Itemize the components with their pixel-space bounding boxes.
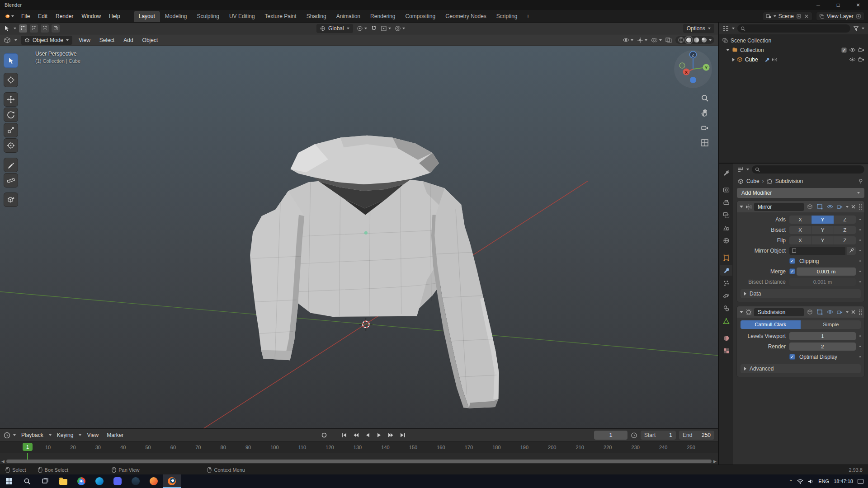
menu-edit[interactable]: Edit — [34, 12, 51, 21]
menu-render[interactable]: Render — [52, 12, 77, 21]
select-mode-new-button[interactable] — [19, 24, 27, 33]
tab-modifiers[interactable] — [720, 265, 732, 276]
viewport-menu-select[interactable]: Select — [97, 36, 117, 45]
pin-icon[interactable] — [858, 178, 863, 184]
animate-dot-icon[interactable] — [859, 239, 861, 241]
timeline-menu-marker[interactable]: Marker — [104, 431, 126, 440]
jump-to-end-button[interactable] — [398, 431, 408, 440]
overlays-dropdown[interactable] — [651, 38, 662, 43]
scroll-right-icon[interactable]: ▶ — [713, 459, 717, 464]
unlink-scene-icon[interactable] — [804, 14, 809, 19]
pan-button[interactable] — [699, 107, 711, 119]
edge-button[interactable] — [90, 474, 108, 488]
measure-tool[interactable] — [4, 173, 18, 188]
select-mode-intersect-button[interactable] — [52, 24, 60, 33]
active-tool-icon[interactable] — [4, 25, 11, 32]
outliner-editor-icon[interactable] — [722, 26, 729, 32]
tab-output[interactable] — [720, 197, 732, 208]
flip-y-button[interactable]: Y — [811, 236, 833, 244]
file-explorer-button[interactable] — [54, 474, 72, 488]
animate-dot-icon[interactable] — [859, 356, 861, 357]
maximize-button[interactable]: □ — [828, 0, 848, 10]
shading-solid-icon[interactable] — [686, 37, 692, 43]
drag-handle-icon[interactable] — [859, 204, 862, 210]
modifier-extras-icon[interactable] — [846, 311, 849, 313]
select-mode-extend-button[interactable] — [30, 24, 38, 33]
viewport-menu-object[interactable]: Object — [140, 36, 161, 45]
show-in-viewport-toggle[interactable] — [826, 308, 834, 316]
minimize-button[interactable]: ─ — [808, 0, 828, 10]
tab-world[interactable] — [720, 235, 732, 246]
shading-wireframe-icon[interactable] — [678, 37, 684, 43]
object-visibility-dropdown[interactable] — [623, 38, 633, 42]
animate-dot-icon[interactable] — [859, 229, 861, 230]
animate-dot-icon[interactable] — [859, 250, 861, 251]
advanced-subpanel-header[interactable]: Advanced — [741, 364, 861, 373]
workspace-tab-rendering[interactable]: Rendering — [365, 11, 400, 22]
eyedropper-button[interactable] — [847, 247, 856, 255]
animate-dot-icon[interactable] — [859, 335, 861, 337]
mirror-modifier-header[interactable]: Mirror — [737, 201, 864, 212]
scene-selector[interactable]: Scene — [763, 12, 812, 21]
show-in-edit-mode-toggle[interactable] — [816, 308, 824, 316]
firefox-button[interactable] — [145, 474, 163, 488]
editor-type-icon[interactable] — [4, 37, 11, 44]
select-mode-subtract-button[interactable] — [41, 24, 49, 33]
workspace-tab-compositing[interactable]: Compositing — [400, 11, 440, 22]
levels-viewport-field[interactable]: 1 — [789, 332, 856, 340]
pivot-point-dropdown[interactable] — [357, 25, 367, 32]
transform-tool[interactable] — [4, 138, 18, 153]
snap-toggle[interactable] — [371, 25, 377, 32]
start-frame-field[interactable]: Start 1 — [641, 431, 676, 440]
timeline-menu-view[interactable]: View — [84, 431, 101, 440]
start-button[interactable] — [0, 474, 18, 488]
new-view-layer-icon[interactable] — [856, 14, 861, 19]
mode-dropdown[interactable]: Object Mode — [21, 36, 72, 45]
next-keyframe-button[interactable] — [386, 431, 396, 440]
timeline-scrollbar[interactable] — [6, 460, 712, 463]
filter-icon[interactable] — [853, 26, 859, 32]
close-button[interactable]: ✕ — [848, 0, 868, 10]
catmull-clark-button[interactable]: Catmull-Clark — [741, 320, 801, 329]
breadcrumb-object[interactable]: Cube — [746, 178, 760, 184]
tab-particles[interactable] — [720, 277, 732, 288]
bisect-x-button[interactable]: X — [789, 226, 811, 234]
shading-rendered-icon[interactable] — [701, 37, 707, 43]
new-scene-icon[interactable] — [796, 14, 802, 19]
chrome-button[interactable] — [72, 474, 90, 488]
auto-keying-button[interactable] — [319, 431, 329, 440]
orthographic-toggle-button[interactable] — [699, 137, 711, 149]
show-on-cage-toggle[interactable] — [806, 308, 814, 316]
properties-editor-icon[interactable] — [737, 167, 744, 173]
scroll-left-icon[interactable]: ◀ — [1, 459, 5, 464]
mirror-modifier-name-field[interactable]: Mirror — [754, 203, 804, 211]
bisect-z-button[interactable]: Z — [834, 226, 856, 234]
navigation-gizmo[interactable]: Z Y X — [673, 49, 713, 89]
flip-z-button[interactable]: Z — [834, 236, 856, 244]
annotate-tool[interactable] — [4, 158, 18, 172]
end-frame-field[interactable]: End 250 — [679, 431, 714, 440]
close-icon[interactable] — [851, 204, 856, 209]
workspace-tab-layout[interactable]: Layout — [134, 11, 160, 22]
task-view-button[interactable] — [36, 474, 54, 488]
tab-physics[interactable] — [720, 290, 732, 301]
workspace-tab-shading[interactable]: Shading — [302, 11, 331, 22]
show-in-viewport-toggle[interactable] — [826, 203, 834, 211]
workspace-tab-modeling[interactable]: Modeling — [160, 11, 192, 22]
workspace-tab-sculpting[interactable]: Sculpting — [192, 11, 224, 22]
timeline-track-area[interactable]: ◀ ▶ — [0, 453, 718, 465]
options-dropdown[interactable]: Options — [683, 24, 714, 33]
render-levels-field[interactable]: 2 — [789, 343, 856, 351]
tab-object[interactable] — [720, 252, 732, 263]
outliner-row-cube[interactable]: Cube — [719, 55, 868, 64]
tab-object-data[interactable] — [720, 315, 732, 326]
rotate-tool[interactable] — [4, 108, 18, 122]
auto-key-clock-icon[interactable] — [631, 432, 637, 439]
workspace-tab-geometry-nodes[interactable]: Geometry Nodes — [440, 11, 491, 22]
blender-taskbar-button[interactable] — [163, 474, 181, 488]
gizmos-dropdown[interactable] — [637, 37, 647, 43]
axis-y-button[interactable]: Y — [811, 216, 833, 224]
data-subpanel-header[interactable]: Data — [741, 289, 861, 298]
animate-dot-icon[interactable] — [859, 281, 861, 282]
jump-to-start-button[interactable] — [339, 431, 349, 440]
